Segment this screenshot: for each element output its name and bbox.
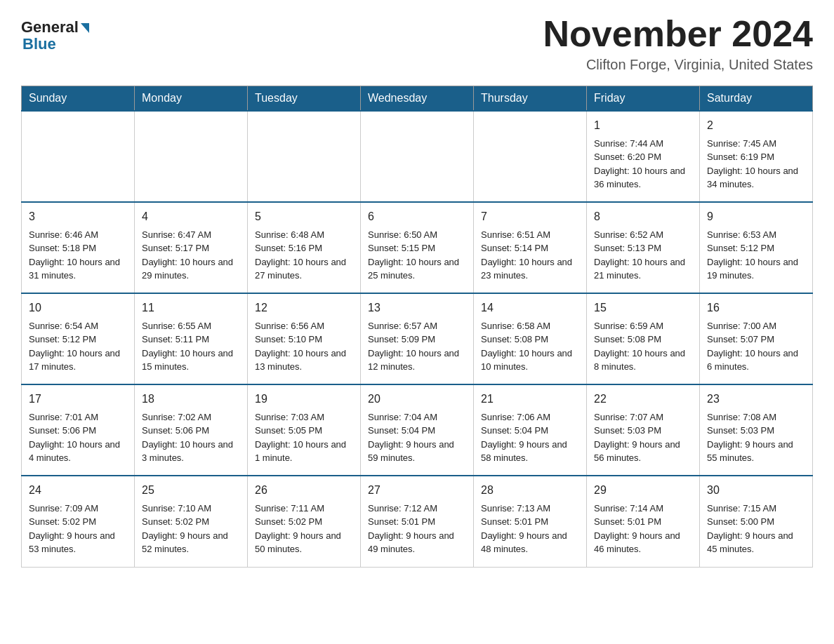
calendar-cell: 25Sunrise: 7:10 AMSunset: 5:02 PMDayligh…: [135, 476, 248, 567]
day-info: Sunrise: 7:02 AMSunset: 5:06 PMDaylight:…: [142, 410, 240, 465]
day-number: 16: [707, 300, 805, 317]
calendar-week-row: 3Sunrise: 6:46 AMSunset: 5:18 PMDaylight…: [22, 202, 813, 293]
day-number: 22: [594, 391, 692, 408]
calendar-cell: 17Sunrise: 7:01 AMSunset: 5:06 PMDayligh…: [22, 384, 135, 476]
day-info: Sunrise: 6:47 AMSunset: 5:17 PMDaylight:…: [142, 228, 240, 283]
day-info: Sunrise: 7:04 AMSunset: 5:04 PMDaylight:…: [368, 410, 466, 465]
calendar-cell: 26Sunrise: 7:11 AMSunset: 5:02 PMDayligh…: [248, 476, 361, 567]
day-number: 25: [142, 482, 240, 499]
day-of-week-header: Thursday: [474, 86, 587, 112]
day-info: Sunrise: 7:15 AMSunset: 5:00 PMDaylight:…: [707, 502, 805, 556]
calendar-cell: 3Sunrise: 6:46 AMSunset: 5:18 PMDaylight…: [22, 202, 135, 293]
calendar-cell: 16Sunrise: 7:00 AMSunset: 5:07 PMDayligh…: [700, 293, 813, 384]
day-info: Sunrise: 7:45 AMSunset: 6:19 PMDaylight:…: [707, 137, 805, 192]
day-info: Sunrise: 6:46 AMSunset: 5:18 PMDaylight:…: [29, 228, 127, 283]
calendar-cell: 5Sunrise: 6:48 AMSunset: 5:16 PMDaylight…: [248, 202, 361, 293]
calendar-table: SundayMondayTuesdayWednesdayThursdayFrid…: [21, 86, 813, 568]
day-info: Sunrise: 7:00 AMSunset: 5:07 PMDaylight:…: [707, 319, 805, 374]
day-number: 8: [594, 208, 692, 226]
day-info: Sunrise: 7:12 AMSunset: 5:01 PMDaylight:…: [368, 502, 466, 556]
logo: General Blue: [21, 14, 89, 53]
calendar-header-row: SundayMondayTuesdayWednesdayThursdayFrid…: [22, 86, 813, 112]
calendar-cell: 1Sunrise: 7:44 AMSunset: 6:20 PMDaylight…: [587, 111, 700, 202]
calendar-cell: 2Sunrise: 7:45 AMSunset: 6:19 PMDaylight…: [700, 111, 813, 202]
day-number: 9: [707, 208, 805, 226]
day-info: Sunrise: 7:07 AMSunset: 5:03 PMDaylight:…: [594, 410, 692, 465]
calendar-cell: 8Sunrise: 6:52 AMSunset: 5:13 PMDaylight…: [587, 202, 700, 293]
day-info: Sunrise: 7:03 AMSunset: 5:05 PMDaylight:…: [255, 410, 353, 465]
calendar-cell: 11Sunrise: 6:55 AMSunset: 5:11 PMDayligh…: [135, 293, 248, 384]
day-number: 24: [29, 482, 127, 499]
calendar-week-row: 24Sunrise: 7:09 AMSunset: 5:02 PMDayligh…: [22, 476, 813, 567]
day-number: 26: [255, 482, 353, 499]
day-of-week-header: Sunday: [22, 86, 135, 112]
calendar-cell: [474, 111, 587, 202]
day-info: Sunrise: 7:44 AMSunset: 6:20 PMDaylight:…: [594, 137, 692, 192]
calendar-cell: 14Sunrise: 6:58 AMSunset: 5:08 PMDayligh…: [474, 293, 587, 384]
day-info: Sunrise: 6:54 AMSunset: 5:12 PMDaylight:…: [29, 319, 127, 374]
day-number: 18: [142, 391, 240, 408]
calendar-cell: 24Sunrise: 7:09 AMSunset: 5:02 PMDayligh…: [22, 476, 135, 567]
calendar-cell: [22, 111, 135, 202]
day-number: 1: [594, 117, 692, 135]
calendar-cell: 12Sunrise: 6:56 AMSunset: 5:10 PMDayligh…: [248, 293, 361, 384]
day-number: 29: [594, 482, 692, 499]
day-info: Sunrise: 7:11 AMSunset: 5:02 PMDaylight:…: [255, 502, 353, 556]
calendar-cell: 15Sunrise: 6:59 AMSunset: 5:08 PMDayligh…: [587, 293, 700, 384]
day-number: 11: [142, 300, 240, 317]
calendar-cell: 18Sunrise: 7:02 AMSunset: 5:06 PMDayligh…: [135, 384, 248, 476]
day-number: 13: [368, 300, 466, 317]
calendar-cell: 9Sunrise: 6:53 AMSunset: 5:12 PMDaylight…: [700, 202, 813, 293]
day-info: Sunrise: 6:48 AMSunset: 5:16 PMDaylight:…: [255, 228, 353, 283]
day-info: Sunrise: 6:56 AMSunset: 5:10 PMDaylight:…: [255, 319, 353, 374]
calendar-cell: 10Sunrise: 6:54 AMSunset: 5:12 PMDayligh…: [22, 293, 135, 384]
day-number: 19: [255, 391, 353, 408]
day-of-week-header: Wednesday: [361, 86, 474, 112]
day-info: Sunrise: 7:09 AMSunset: 5:02 PMDaylight:…: [29, 502, 127, 556]
day-info: Sunrise: 6:58 AMSunset: 5:08 PMDaylight:…: [481, 319, 579, 374]
calendar-week-row: 10Sunrise: 6:54 AMSunset: 5:12 PMDayligh…: [22, 293, 813, 384]
calendar-cell: 13Sunrise: 6:57 AMSunset: 5:09 PMDayligh…: [361, 293, 474, 384]
day-info: Sunrise: 7:13 AMSunset: 5:01 PMDaylight:…: [481, 502, 579, 556]
calendar-cell: 30Sunrise: 7:15 AMSunset: 5:00 PMDayligh…: [700, 476, 813, 567]
day-number: 21: [481, 391, 579, 408]
calendar-cell: 19Sunrise: 7:03 AMSunset: 5:05 PMDayligh…: [248, 384, 361, 476]
day-info: Sunrise: 7:06 AMSunset: 5:04 PMDaylight:…: [481, 410, 579, 465]
day-info: Sunrise: 7:10 AMSunset: 5:02 PMDaylight:…: [142, 502, 240, 556]
calendar-cell: 28Sunrise: 7:13 AMSunset: 5:01 PMDayligh…: [474, 476, 587, 567]
calendar-week-row: 1Sunrise: 7:44 AMSunset: 6:20 PMDaylight…: [22, 111, 813, 202]
day-of-week-header: Saturday: [700, 86, 813, 112]
day-info: Sunrise: 7:01 AMSunset: 5:06 PMDaylight:…: [29, 410, 127, 465]
general-label: General: [21, 18, 79, 36]
day-info: Sunrise: 6:57 AMSunset: 5:09 PMDaylight:…: [368, 319, 466, 374]
calendar-week-row: 17Sunrise: 7:01 AMSunset: 5:06 PMDayligh…: [22, 384, 813, 476]
day-number: 5: [255, 208, 353, 226]
calendar-cell: 6Sunrise: 6:50 AMSunset: 5:15 PMDaylight…: [361, 202, 474, 293]
calendar-cell: 29Sunrise: 7:14 AMSunset: 5:01 PMDayligh…: [587, 476, 700, 567]
day-number: 4: [142, 208, 240, 226]
calendar-cell: [361, 111, 474, 202]
day-number: 28: [481, 482, 579, 499]
day-info: Sunrise: 6:53 AMSunset: 5:12 PMDaylight:…: [707, 228, 805, 283]
calendar-cell: 21Sunrise: 7:06 AMSunset: 5:04 PMDayligh…: [474, 384, 587, 476]
calendar-cell: 4Sunrise: 6:47 AMSunset: 5:17 PMDaylight…: [135, 202, 248, 293]
calendar-cell: 23Sunrise: 7:08 AMSunset: 5:03 PMDayligh…: [700, 384, 813, 476]
logo-general-text: General: [21, 18, 89, 36]
day-number: 20: [368, 391, 466, 408]
title-section: November 2024 Clifton Forge, Virginia, U…: [543, 14, 813, 73]
day-info: Sunrise: 7:08 AMSunset: 5:03 PMDaylight:…: [707, 410, 805, 465]
day-number: 12: [255, 300, 353, 317]
day-info: Sunrise: 6:52 AMSunset: 5:13 PMDaylight:…: [594, 228, 692, 283]
day-info: Sunrise: 7:14 AMSunset: 5:01 PMDaylight:…: [594, 502, 692, 556]
calendar-cell: 20Sunrise: 7:04 AMSunset: 5:04 PMDayligh…: [361, 384, 474, 476]
day-number: 7: [481, 208, 579, 226]
day-of-week-header: Tuesday: [248, 86, 361, 112]
calendar-cell: [248, 111, 361, 202]
day-number: 14: [481, 300, 579, 317]
logo-arrow-icon: [81, 23, 89, 33]
logo-blue-text: Blue: [22, 35, 56, 53]
day-number: 17: [29, 391, 127, 408]
calendar-cell: 7Sunrise: 6:51 AMSunset: 5:14 PMDaylight…: [474, 202, 587, 293]
day-info: Sunrise: 6:50 AMSunset: 5:15 PMDaylight:…: [368, 228, 466, 283]
day-number: 2: [707, 117, 805, 135]
